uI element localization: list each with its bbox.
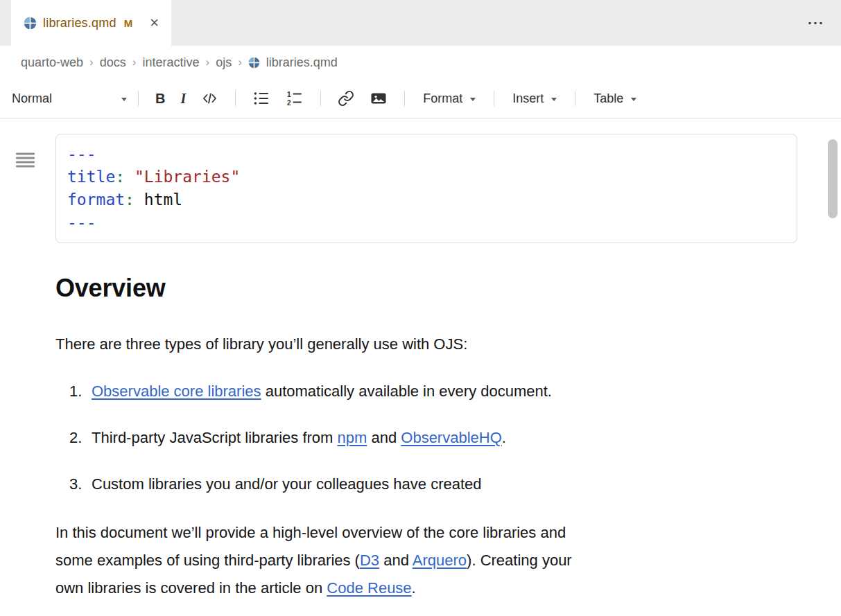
list-item-text: Custom libraries you and/or your colleag…	[92, 470, 482, 498]
list-item[interactable]: 1.Observable core libraries automaticall…	[55, 378, 757, 405]
text-segment: automatically available in every documen…	[261, 382, 552, 400]
list-item-text: Observable core libraries automatically …	[92, 378, 552, 405]
link-button[interactable]	[330, 79, 362, 118]
breadcrumb-item-docs[interactable]: docs	[100, 55, 126, 70]
visual-editor-canvas[interactable]: --- title:"Libraries" format:html --- Ov…	[0, 134, 841, 616]
link-d3[interactable]: D3	[360, 552, 379, 569]
list-item[interactable]: 2.Third-party JavaScript libraries from …	[55, 424, 757, 452]
list-number: 1.	[69, 378, 92, 405]
chevron-right-icon: ›	[238, 55, 242, 69]
table-menu[interactable]: Table	[584, 91, 645, 106]
text-segment: .	[502, 429, 506, 446]
svg-text:2: 2	[287, 99, 291, 107]
code-icon	[201, 91, 218, 106]
chevron-down-icon	[631, 98, 636, 101]
breadcrumb-item-ojs[interactable]: ojs	[216, 55, 232, 70]
text-segment: and	[379, 552, 413, 569]
table-menu-label: Table	[593, 91, 623, 106]
formatting-toolbar: Normal B I 1 2	[0, 79, 841, 118]
numbered-list: 1.Observable core libraries automaticall…	[55, 378, 757, 498]
chevron-down-icon	[470, 98, 476, 101]
close-icon[interactable]: ×	[150, 15, 159, 30]
text-segment: Custom libraries you and/or your colleag…	[92, 475, 482, 493]
breadcrumb-item-interactive[interactable]: interactive	[142, 55, 199, 70]
link-arquero[interactable]: Arquero	[413, 552, 467, 569]
style-dropdown-label: Normal	[12, 91, 52, 106]
chevron-right-icon: ›	[205, 55, 209, 69]
link-observablehq[interactable]: ObservableHQ	[401, 429, 502, 446]
breadcrumb-item-quarto-web[interactable]: quarto-web	[21, 55, 83, 70]
toolbar-divider	[494, 91, 494, 106]
link-icon	[338, 90, 354, 107]
yaml-front-matter-block[interactable]: --- title:"Libraries" format:html ---	[55, 134, 797, 243]
yaml-title-line: title:"Libraries"	[67, 166, 786, 188]
list-item-text: Third-party JavaScript libraries from np…	[92, 424, 506, 452]
closing-paragraph[interactable]: In this document we’ll provide a high-le…	[55, 519, 757, 602]
format-menu-label: Format	[423, 91, 462, 106]
numbered-list-icon: 1 2	[286, 90, 304, 107]
toolbar-divider	[235, 91, 236, 106]
git-modified-badge: M	[124, 17, 133, 29]
yaml-fence: ---	[67, 143, 786, 166]
paragraph-style-dropdown[interactable]: Normal	[10, 91, 129, 106]
code-button[interactable]	[193, 79, 226, 118]
toolbar-divider	[138, 91, 139, 106]
insert-menu-label: Insert	[512, 91, 544, 106]
bold-button[interactable]: B	[148, 79, 173, 118]
chevron-right-icon: ›	[132, 55, 137, 69]
format-menu[interactable]: Format	[414, 91, 485, 106]
tab-title: libraries.qmd	[43, 16, 116, 30]
breadcrumb: quarto-web › docs › interactive › ojs › …	[0, 46, 841, 79]
image-icon	[370, 90, 388, 107]
chevron-down-icon	[121, 98, 127, 101]
italic-button[interactable]: I	[173, 79, 193, 118]
insert-menu[interactable]: Insert	[503, 91, 566, 106]
list-item[interactable]: 3.Custom libraries you and/or your colle…	[55, 470, 757, 498]
image-button[interactable]	[362, 79, 395, 118]
svg-text:1: 1	[287, 91, 291, 98]
chevron-right-icon: ›	[89, 55, 94, 69]
list-number: 3.	[69, 470, 92, 498]
section-heading-overview[interactable]: Overview	[55, 274, 757, 303]
toolbar-divider	[320, 91, 321, 106]
text-segment: .	[412, 579, 416, 597]
text-segment: Third-party JavaScript libraries from	[92, 429, 338, 446]
link-code-reuse[interactable]: Code Reuse	[327, 579, 411, 597]
more-actions-icon[interactable]: ···	[808, 15, 824, 31]
link-npm[interactable]: npm	[338, 429, 367, 446]
document-body: Overview There are three types of librar…	[55, 274, 757, 602]
breadcrumb-item-file[interactable]: libraries.qmd	[266, 55, 338, 70]
toolbar-divider	[575, 91, 575, 106]
editor-window: libraries.qmd M × ··· quarto-web › docs …	[0, 0, 841, 616]
vertical-scrollbar-thumb[interactable]	[828, 139, 838, 218]
quarto-icon	[24, 17, 37, 30]
list-number: 2.	[69, 424, 92, 452]
tab-bar: libraries.qmd M × ···	[0, 0, 841, 46]
intro-paragraph[interactable]: There are three types of library you’ll …	[55, 331, 757, 358]
text-segment: and	[367, 429, 401, 446]
italic-icon: I	[180, 91, 186, 107]
toolbar-divider	[404, 91, 405, 106]
numbered-list-button[interactable]: 1 2	[278, 79, 311, 118]
yaml-fence: ---	[67, 211, 786, 234]
chevron-down-icon	[551, 98, 557, 101]
yaml-format-line: format:html	[67, 188, 786, 211]
quarto-icon	[248, 57, 260, 69]
block-drag-handle-icon[interactable]	[15, 152, 35, 169]
bullet-list-icon	[252, 90, 270, 107]
bold-icon: B	[155, 91, 165, 107]
bullet-list-button[interactable]	[245, 79, 278, 118]
tab-libraries-qmd[interactable]: libraries.qmd M ×	[11, 0, 171, 46]
link-observable-core-libraries[interactable]: Observable core libraries	[92, 382, 261, 400]
